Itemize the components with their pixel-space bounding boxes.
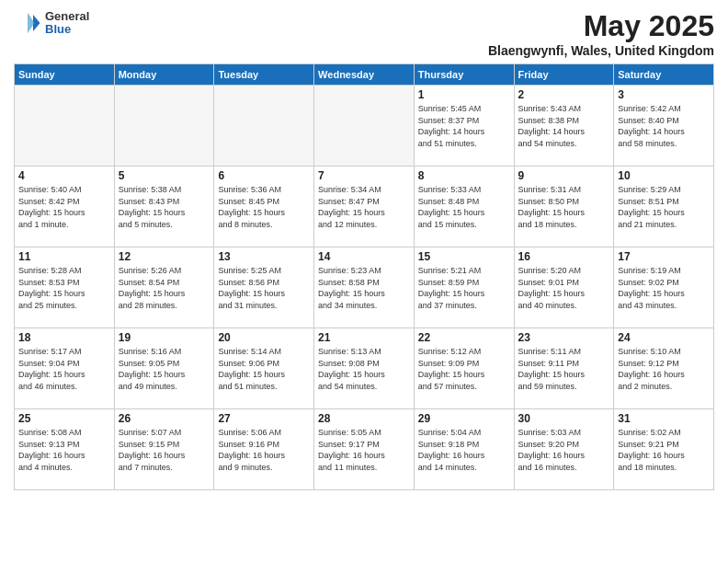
location-title: Blaengwynfi, Wales, United Kingdom — [488, 43, 714, 58]
day-info: Sunrise: 5:10 AM Sunset: 9:12 PM Dayligh… — [618, 346, 710, 392]
day-info: Sunrise: 5:25 AM Sunset: 8:56 PM Dayligh… — [218, 265, 310, 311]
day-info: Sunrise: 5:05 AM Sunset: 9:17 PM Dayligh… — [318, 427, 410, 473]
day-info: Sunrise: 5:21 AM Sunset: 8:59 PM Dayligh… — [418, 265, 510, 311]
day-info: Sunrise: 5:16 AM Sunset: 9:05 PM Dayligh… — [119, 346, 210, 392]
day-number: 12 — [119, 250, 210, 263]
cell-week1-day6: 10Sunrise: 5:29 AM Sunset: 8:51 PM Dayli… — [614, 167, 714, 247]
col-sunday: Sunday — [15, 64, 115, 86]
cell-week4-day6: 31Sunrise: 5:02 AM Sunset: 9:21 PM Dayli… — [614, 409, 714, 490]
col-saturday: Saturday — [614, 64, 714, 86]
cell-week1-day5: 9Sunrise: 5:31 AM Sunset: 8:50 PM Daylig… — [514, 167, 614, 247]
day-number: 14 — [318, 250, 410, 263]
day-number: 27 — [218, 412, 310, 425]
day-info: Sunrise: 5:08 AM Sunset: 9:13 PM Dayligh… — [18, 427, 110, 473]
day-number: 26 — [119, 412, 210, 425]
day-number: 21 — [318, 331, 410, 344]
day-number: 3 — [618, 88, 710, 101]
logo-general-text: General — [45, 10, 89, 23]
calendar-body: 1Sunrise: 5:45 AM Sunset: 8:37 PM Daylig… — [15, 86, 714, 490]
day-info: Sunrise: 5:26 AM Sunset: 8:54 PM Dayligh… — [119, 265, 210, 311]
cell-week1-day2: 6Sunrise: 5:36 AM Sunset: 8:45 PM Daylig… — [214, 167, 314, 247]
day-info: Sunrise: 5:14 AM Sunset: 9:06 PM Dayligh… — [218, 346, 310, 392]
col-friday: Friday — [514, 64, 614, 86]
week-row-3: 18Sunrise: 5:17 AM Sunset: 9:04 PM Dayli… — [15, 328, 714, 409]
logo-text: General Blue — [45, 10, 89, 37]
week-row-0: 1Sunrise: 5:45 AM Sunset: 8:37 PM Daylig… — [15, 86, 714, 167]
day-number: 28 — [318, 412, 410, 425]
cell-week0-day5: 2Sunrise: 5:43 AM Sunset: 8:38 PM Daylig… — [514, 86, 614, 167]
day-info: Sunrise: 5:42 AM Sunset: 8:40 PM Dayligh… — [618, 103, 710, 149]
day-info: Sunrise: 5:07 AM Sunset: 9:15 PM Dayligh… — [119, 427, 210, 473]
header-row: Sunday Monday Tuesday Wednesday Thursday… — [15, 64, 714, 86]
cell-week1-day3: 7Sunrise: 5:34 AM Sunset: 8:47 PM Daylig… — [314, 167, 415, 247]
day-info: Sunrise: 5:11 AM Sunset: 9:11 PM Dayligh… — [518, 346, 610, 392]
day-info: Sunrise: 5:28 AM Sunset: 8:53 PM Dayligh… — [18, 265, 110, 311]
day-number: 31 — [618, 412, 710, 425]
logo-blue-text: Blue — [45, 23, 89, 36]
day-info: Sunrise: 5:40 AM Sunset: 8:42 PM Dayligh… — [18, 184, 110, 230]
cell-week2-day4: 15Sunrise: 5:21 AM Sunset: 8:59 PM Dayli… — [414, 247, 514, 328]
cell-week4-day3: 28Sunrise: 5:05 AM Sunset: 9:17 PM Dayli… — [314, 409, 415, 490]
cell-week0-day2 — [214, 86, 314, 167]
day-info: Sunrise: 5:17 AM Sunset: 9:04 PM Dayligh… — [18, 346, 110, 392]
day-number: 6 — [218, 169, 310, 182]
cell-week1-day0: 4Sunrise: 5:40 AM Sunset: 8:42 PM Daylig… — [15, 167, 115, 247]
day-number: 18 — [18, 331, 110, 344]
day-number: 7 — [318, 169, 410, 182]
page: General Blue May 2025 Blaengwynfi, Wales… — [0, 0, 728, 563]
day-info: Sunrise: 5:12 AM Sunset: 9:09 PM Dayligh… — [418, 346, 510, 392]
col-tuesday: Tuesday — [214, 64, 314, 86]
day-number: 8 — [418, 169, 510, 182]
cell-week3-day4: 22Sunrise: 5:12 AM Sunset: 9:09 PM Dayli… — [414, 328, 514, 409]
cell-week1-day4: 8Sunrise: 5:33 AM Sunset: 8:48 PM Daylig… — [414, 167, 514, 247]
cell-week0-day6: 3Sunrise: 5:42 AM Sunset: 8:40 PM Daylig… — [614, 86, 714, 167]
day-number: 11 — [18, 250, 110, 263]
day-number: 4 — [18, 169, 110, 182]
calendar: Sunday Monday Tuesday Wednesday Thursday… — [14, 63, 714, 490]
day-number: 2 — [518, 88, 610, 101]
day-info: Sunrise: 5:31 AM Sunset: 8:50 PM Dayligh… — [518, 184, 610, 230]
cell-week0-day4: 1Sunrise: 5:45 AM Sunset: 8:37 PM Daylig… — [414, 86, 514, 167]
day-number: 19 — [119, 331, 210, 344]
day-number: 10 — [618, 169, 710, 182]
cell-week3-day1: 19Sunrise: 5:16 AM Sunset: 9:05 PM Dayli… — [114, 328, 214, 409]
col-wednesday: Wednesday — [314, 64, 415, 86]
day-info: Sunrise: 5:19 AM Sunset: 9:02 PM Dayligh… — [618, 265, 710, 311]
cell-week0-day0 — [15, 86, 115, 167]
day-number: 20 — [218, 331, 310, 344]
day-info: Sunrise: 5:03 AM Sunset: 9:20 PM Dayligh… — [518, 427, 610, 473]
cell-week0-day1 — [114, 86, 214, 167]
day-number: 29 — [418, 412, 510, 425]
day-info: Sunrise: 5:45 AM Sunset: 8:37 PM Dayligh… — [418, 103, 510, 149]
day-number: 15 — [418, 250, 510, 263]
col-thursday: Thursday — [414, 64, 514, 86]
cell-week3-day3: 21Sunrise: 5:13 AM Sunset: 9:08 PM Dayli… — [314, 328, 415, 409]
day-number: 17 — [618, 250, 710, 263]
day-number: 5 — [119, 169, 210, 182]
day-info: Sunrise: 5:13 AM Sunset: 9:08 PM Dayligh… — [318, 346, 410, 392]
cell-week2-day2: 13Sunrise: 5:25 AM Sunset: 8:56 PM Dayli… — [214, 247, 314, 328]
week-row-1: 4Sunrise: 5:40 AM Sunset: 8:42 PM Daylig… — [15, 167, 714, 247]
cell-week4-day5: 30Sunrise: 5:03 AM Sunset: 9:20 PM Dayli… — [514, 409, 614, 490]
day-info: Sunrise: 5:04 AM Sunset: 9:18 PM Dayligh… — [418, 427, 510, 473]
cell-week3-day2: 20Sunrise: 5:14 AM Sunset: 9:06 PM Dayli… — [214, 328, 314, 409]
day-info: Sunrise: 5:43 AM Sunset: 8:38 PM Dayligh… — [518, 103, 610, 149]
cell-week3-day5: 23Sunrise: 5:11 AM Sunset: 9:11 PM Dayli… — [514, 328, 614, 409]
cell-week4-day4: 29Sunrise: 5:04 AM Sunset: 9:18 PM Dayli… — [414, 409, 514, 490]
cell-week1-day1: 5Sunrise: 5:38 AM Sunset: 8:43 PM Daylig… — [114, 167, 214, 247]
cell-week4-day0: 25Sunrise: 5:08 AM Sunset: 9:13 PM Dayli… — [15, 409, 115, 490]
day-number: 22 — [418, 331, 510, 344]
week-row-2: 11Sunrise: 5:28 AM Sunset: 8:53 PM Dayli… — [15, 247, 714, 328]
day-info: Sunrise: 5:06 AM Sunset: 9:16 PM Dayligh… — [218, 427, 310, 473]
day-info: Sunrise: 5:02 AM Sunset: 9:21 PM Dayligh… — [618, 427, 710, 473]
day-number: 1 — [418, 88, 510, 101]
day-info: Sunrise: 5:33 AM Sunset: 8:48 PM Dayligh… — [418, 184, 510, 230]
week-row-4: 25Sunrise: 5:08 AM Sunset: 9:13 PM Dayli… — [15, 409, 714, 490]
cell-week2-day6: 17Sunrise: 5:19 AM Sunset: 9:02 PM Dayli… — [614, 247, 714, 328]
day-number: 23 — [518, 331, 610, 344]
col-monday: Monday — [114, 64, 214, 86]
month-title: May 2025 — [488, 9, 714, 43]
cell-week3-day0: 18Sunrise: 5:17 AM Sunset: 9:04 PM Dayli… — [15, 328, 115, 409]
cell-week4-day2: 27Sunrise: 5:06 AM Sunset: 9:16 PM Dayli… — [214, 409, 314, 490]
day-number: 30 — [518, 412, 610, 425]
